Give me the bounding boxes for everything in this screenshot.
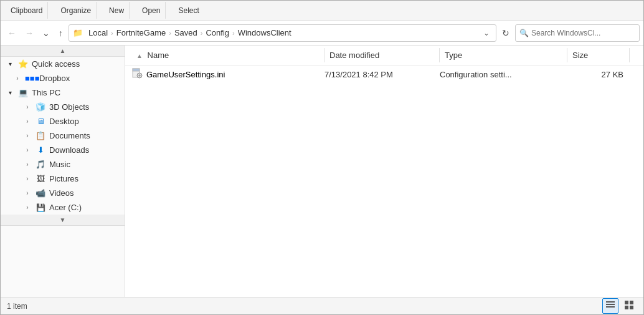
- crumb-config[interactable]: Config: [204, 27, 231, 38]
- refresh-button[interactable]: ↻: [499, 26, 513, 40]
- file-type: Configuration setti...: [440, 70, 567, 79]
- sidebar-item-dropbox[interactable]: › ■■■ Dropbox: [1, 71, 125, 85]
- toolbar-organize-label: Organize: [60, 6, 91, 15]
- crumb-windowsclient[interactable]: WindowsClient: [236, 27, 293, 38]
- toolbar-clipboard: Clipboard: [6, 2, 48, 19]
- crumb-local[interactable]: Local: [87, 27, 110, 38]
- this-pc-label: This PC: [32, 88, 60, 97]
- dropbox-label: Dropbox: [39, 74, 70, 83]
- item-count: 1 item: [7, 302, 27, 311]
- sidebar: ▲ ▾ ⭐ Quick access › ■■■ Dropbox ▾ 💻 Thi…: [1, 46, 125, 297]
- svg-rect-5: [606, 306, 615, 308]
- file-date: 7/13/2021 8:42 PM: [324, 70, 440, 79]
- table-row[interactable]: GameUserSettings.ini 7/13/2021 8:42 PM C…: [125, 65, 643, 84]
- dropdown-recent-button[interactable]: ⌄: [39, 26, 53, 41]
- toolbar-open-label: Open: [142, 6, 160, 15]
- col-name-label: Name: [148, 51, 169, 60]
- explorer-window: Clipboard Organize New Open Select ← → ⌄…: [0, 0, 644, 315]
- crumb-fortnite[interactable]: FortniteGame: [115, 27, 168, 38]
- search-icon: 🔍: [519, 29, 529, 37]
- sidebar-item-pictures[interactable]: › 🖼 Pictures: [1, 172, 125, 186]
- acer-label: Acer (C:): [49, 203, 82, 212]
- details-view-button[interactable]: [602, 298, 618, 314]
- svg-rect-7: [630, 301, 633, 304]
- desktop-arrow: ›: [23, 118, 32, 125]
- documents-label: Documents: [49, 131, 90, 140]
- acer-icon: 💾: [35, 203, 46, 212]
- toolbar-select-label: Select: [178, 6, 199, 15]
- back-button[interactable]: ←: [4, 26, 19, 41]
- acer-arrow: ›: [23, 204, 32, 211]
- desktop-icon: 🖥: [35, 117, 46, 126]
- sidebar-scroll-up-button[interactable]: ▲: [1, 46, 125, 57]
- col-header-name[interactable]: ▲ Name: [131, 48, 324, 62]
- sidebar-item-3d-objects[interactable]: › 🧊 3D Objects: [1, 100, 125, 114]
- downloads-label: Downloads: [49, 145, 89, 155]
- column-headers: ▲ Name Date modified Type Size: [125, 46, 643, 65]
- toolbar-new: New: [104, 2, 130, 19]
- videos-icon: 📹: [35, 188, 46, 198]
- sidebar-item-documents[interactable]: › 📋 Documents: [1, 128, 125, 143]
- toolbar-new-label: New: [109, 6, 124, 15]
- sidebar-item-quick-access[interactable]: ▾ ⭐ Quick access: [1, 57, 125, 71]
- dropbox-arrow: ›: [13, 75, 22, 82]
- address-bar[interactable]: 📁 Local › FortniteGame › Saved › Config …: [69, 24, 496, 42]
- dropbox-icon: ■■■: [25, 74, 36, 83]
- svg-rect-4: [606, 304, 615, 305]
- sidebar-item-downloads[interactable]: › ⬇ Downloads: [1, 143, 125, 157]
- pictures-icon: 🖼: [35, 174, 46, 183]
- quick-access-icon: ⭐: [17, 59, 29, 69]
- svg-rect-1: [133, 69, 140, 71]
- 3d-objects-icon: 🧊: [35, 102, 46, 112]
- status-bar: 1 item: [1, 297, 643, 314]
- address-dropdown-button[interactable]: ⌄: [481, 27, 492, 39]
- crumb-saved[interactable]: Saved: [173, 27, 199, 38]
- svg-rect-9: [630, 306, 633, 309]
- search-input[interactable]: [531, 29, 635, 37]
- music-label: Music: [49, 160, 70, 169]
- content-area: ▲ Name Date modified Type Size: [125, 46, 643, 297]
- documents-icon: 📋: [35, 131, 46, 140]
- sidebar-item-this-pc[interactable]: ▾ 💻 This PC: [1, 85, 125, 100]
- col-type-label: Type: [445, 51, 462, 60]
- file-list: GameUserSettings.ini 7/13/2021 8:42 PM C…: [125, 65, 643, 297]
- pictures-arrow: ›: [23, 175, 32, 182]
- sep-4: ›: [232, 29, 235, 37]
- downloads-arrow: ›: [23, 147, 32, 153]
- forward-button[interactable]: →: [22, 26, 37, 41]
- videos-arrow: ›: [23, 190, 32, 196]
- nav-bar: ← → ⌄ ↑ 📁 Local › FortniteGame › Saved ›…: [1, 21, 643, 46]
- svg-rect-6: [625, 301, 628, 304]
- desktop-label: Desktop: [49, 117, 79, 126]
- pictures-label: Pictures: [49, 174, 78, 183]
- music-icon: 🎵: [35, 160, 46, 169]
- downloads-icon: ⬇: [35, 145, 46, 155]
- file-icon: [131, 68, 143, 81]
- main-area: ▲ ▾ ⭐ Quick access › ■■■ Dropbox ▾ 💻 Thi…: [1, 46, 643, 297]
- sidebar-scroll-down-button[interactable]: ▼: [1, 215, 125, 226]
- large-icons-view-button[interactable]: [621, 298, 637, 314]
- col-date-label: Date modified: [329, 51, 379, 60]
- address-crumbs: Local › FortniteGame › Saved › Config › …: [87, 27, 478, 38]
- col-header-size[interactable]: Size: [567, 48, 630, 62]
- sort-arrow: ▲: [136, 52, 143, 59]
- quick-access-arrow: ▾: [6, 61, 14, 67]
- folder-icon: 📁: [73, 28, 83, 37]
- sidebar-item-acer-c[interactable]: › 💾 Acer (C:): [1, 200, 125, 215]
- col-header-date[interactable]: Date modified: [324, 48, 440, 62]
- search-box: 🔍: [515, 24, 640, 42]
- sidebar-item-music[interactable]: › 🎵 Music: [1, 157, 125, 172]
- col-header-type[interactable]: Type: [440, 48, 567, 62]
- sep-1: ›: [111, 29, 113, 37]
- toolbar-clipboard-label: Clipboard: [11, 6, 42, 15]
- sidebar-item-desktop[interactable]: › 🖥 Desktop: [1, 114, 125, 128]
- view-buttons: [602, 298, 637, 314]
- file-size: 27 KB: [567, 70, 630, 79]
- sep-2: ›: [169, 29, 171, 37]
- sidebar-item-videos[interactable]: › 📹 Videos: [1, 186, 125, 200]
- toolbar-select: Select: [173, 2, 204, 19]
- 3d-objects-label: 3D Objects: [49, 102, 89, 112]
- svg-rect-8: [625, 306, 628, 309]
- up-button[interactable]: ↑: [55, 26, 66, 41]
- svg-rect-3: [606, 301, 615, 303]
